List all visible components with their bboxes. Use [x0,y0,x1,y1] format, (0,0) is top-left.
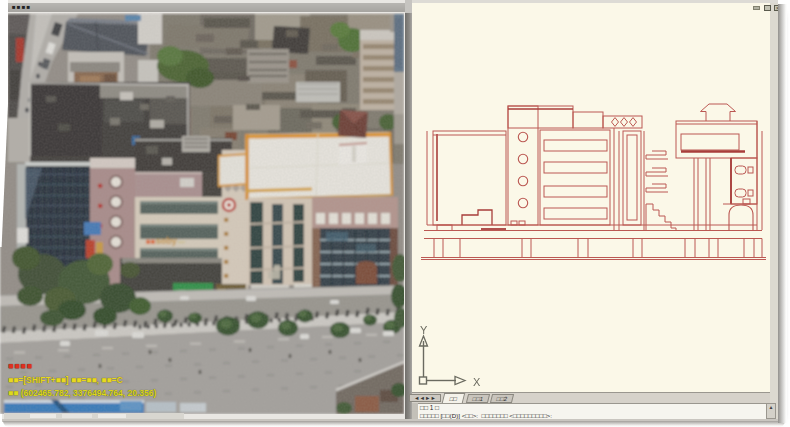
svg-text:Y: Y [420,324,428,336]
svg-text:X: X [473,376,481,388]
